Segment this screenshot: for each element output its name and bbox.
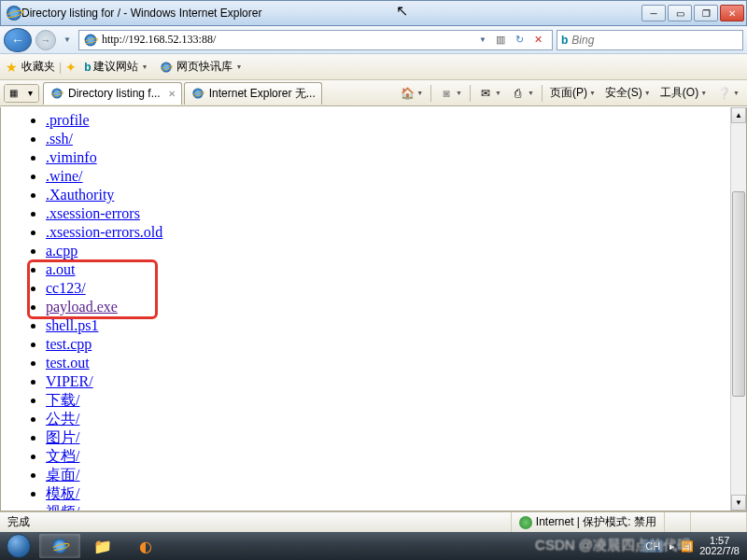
- home-icon: 🏠: [400, 86, 415, 101]
- page-content: .profile.ssh/.viminfo.wine/.Xauthority.x…: [0, 107, 747, 511]
- window-title: Directory listing for / - Windows Intern…: [21, 7, 640, 20]
- mail-icon: ✉: [478, 86, 493, 101]
- file-link[interactable]: .Xauthority: [46, 187, 114, 203]
- list-item: .viminfo: [46, 148, 746, 167]
- file-link[interactable]: VIPER/: [46, 373, 93, 389]
- wmp-icon: ◐: [139, 538, 152, 555]
- file-link[interactable]: .xsession-errors: [46, 205, 140, 221]
- file-link[interactable]: test.out: [46, 355, 90, 371]
- minimize-button[interactable]: ─: [641, 5, 666, 21]
- url-input[interactable]: [102, 33, 475, 47]
- file-link[interactable]: 文档/: [46, 448, 79, 464]
- print-button[interactable]: ⎙▼: [507, 84, 538, 103]
- close-button[interactable]: ✕: [720, 5, 744, 21]
- suggested-sites[interactable]: b 建议网站 ▼: [80, 57, 151, 77]
- page-icon: [85, 34, 97, 46]
- status-bar: 完成 Internet | 保护模式: 禁用: [0, 511, 747, 532]
- address-bar[interactable]: ▼ ▥ ↻ ✕: [78, 30, 553, 50]
- windows-logo-icon: [7, 534, 31, 558]
- status-zoom[interactable]: [691, 512, 747, 532]
- search-bar[interactable]: b: [557, 30, 743, 50]
- file-link[interactable]: .xsession-errors.old: [46, 224, 162, 240]
- list-item: .xsession-errors.old: [46, 223, 746, 242]
- file-link[interactable]: 视频/: [46, 504, 79, 511]
- add-favorite-icon[interactable]: ✦: [65, 60, 77, 75]
- list-item: 公共/: [46, 410, 746, 428]
- favorites-star-icon[interactable]: ★: [6, 60, 18, 75]
- scroll-down-button[interactable]: ▼: [731, 495, 746, 511]
- file-link[interactable]: 下载/: [46, 392, 79, 408]
- read-mail-button[interactable]: ✉▼: [474, 84, 505, 103]
- file-link[interactable]: .profile: [46, 112, 90, 128]
- list-item: test.cpp: [46, 335, 746, 354]
- web-slice-gallery[interactable]: 网页快讯库 ▼: [155, 57, 246, 77]
- file-link[interactable]: cc123/: [46, 280, 86, 296]
- tab-favicon: [192, 88, 203, 98]
- file-link[interactable]: .viminfo: [46, 149, 97, 165]
- quick-tabs-button[interactable]: ▦▾: [4, 84, 39, 103]
- safety-menu[interactable]: 安全(S)▼: [601, 83, 655, 103]
- tabs-bar: ▦▾ Directory listing f... ✕ Internet Exp…: [0, 80, 747, 106]
- vertical-scrollbar[interactable]: ▲ ▼: [730, 107, 746, 511]
- file-link[interactable]: .wine/: [46, 168, 83, 184]
- taskbar-explorer[interactable]: 📁: [82, 534, 123, 558]
- url-dropdown[interactable]: ▼: [475, 35, 490, 44]
- favorites-label[interactable]: 收藏夹: [21, 59, 55, 75]
- page-menu[interactable]: 页面(P)▼: [546, 83, 599, 103]
- maximize-button[interactable]: ▭: [668, 5, 692, 21]
- tab-label: Directory listing f...: [68, 87, 161, 100]
- internet-zone-icon: [519, 516, 532, 529]
- tab-directory-listing[interactable]: Directory listing f... ✕: [43, 82, 182, 105]
- forward-button[interactable]: →: [35, 30, 56, 50]
- search-input[interactable]: [571, 34, 739, 47]
- list-item: .profile: [46, 111, 746, 130]
- list-item: 图片/: [46, 428, 746, 447]
- list-item: cc123/: [46, 279, 746, 298]
- list-item: 桌面/: [46, 466, 746, 484]
- tray-date[interactable]: 2022/7/8: [699, 546, 740, 556]
- maximize-button-2[interactable]: ❐: [694, 5, 718, 21]
- feeds-button[interactable]: ◙▼: [435, 84, 466, 103]
- bing-icon: b: [561, 34, 568, 47]
- list-item: .wine/: [46, 167, 746, 186]
- stop-icon[interactable]: ✕: [529, 32, 546, 49]
- tools-menu[interactable]: 工具(O)▼: [656, 83, 711, 103]
- file-link[interactable]: 模板/: [46, 485, 79, 501]
- ie-icon: [7, 6, 21, 21]
- status-privacy[interactable]: [665, 512, 691, 532]
- taskbar-ie[interactable]: [39, 534, 80, 558]
- start-button[interactable]: [0, 532, 37, 560]
- home-button[interactable]: 🏠▼: [396, 84, 427, 103]
- scroll-thumb[interactable]: [732, 191, 745, 397]
- tab-label: Internet Explorer 无...: [209, 86, 316, 102]
- file-link[interactable]: 公共/: [46, 411, 79, 427]
- back-button[interactable]: ←: [4, 28, 32, 52]
- compat-view-icon[interactable]: ▥: [492, 32, 509, 49]
- help-icon: ❔: [716, 86, 731, 101]
- list-item: .ssh/: [46, 130, 746, 148]
- file-link[interactable]: .ssh/: [46, 131, 73, 147]
- tab-favicon: [51, 88, 62, 98]
- list-item: .Xauthority: [46, 186, 746, 204]
- file-link[interactable]: 桌面/: [46, 467, 79, 483]
- rss-icon: ◙: [439, 86, 454, 101]
- taskbar-media-player[interactable]: ◐: [125, 534, 166, 558]
- tab-close-icon[interactable]: ✕: [168, 89, 176, 99]
- file-link[interactable]: shell.ps1: [46, 317, 98, 333]
- scroll-up-button[interactable]: ▲: [731, 107, 746, 123]
- file-link[interactable]: payload.exe: [46, 299, 118, 315]
- history-dropdown[interactable]: ▼: [60, 35, 75, 44]
- file-link[interactable]: a.cpp: [46, 243, 78, 259]
- list-item: 下载/: [46, 391, 746, 410]
- status-zone[interactable]: Internet | 保护模式: 禁用: [512, 512, 665, 532]
- file-link[interactable]: 图片/: [46, 429, 79, 445]
- file-link[interactable]: a.out: [46, 261, 76, 277]
- ie-icon: [52, 539, 67, 553]
- refresh-icon[interactable]: ↻: [511, 32, 528, 49]
- list-item: shell.ps1: [46, 316, 746, 335]
- list-item: .xsession-errors: [46, 204, 746, 223]
- file-link[interactable]: test.cpp: [46, 336, 92, 352]
- tab-ie-cannot-display[interactable]: Internet Explorer 无...: [184, 82, 322, 105]
- help-button[interactable]: ❔▼: [712, 84, 743, 103]
- command-bar: 🏠▼ ◙▼ ✉▼ ⎙▼ 页面(P)▼ 安全(S)▼ 工具(O)▼ ❔▼: [396, 83, 743, 103]
